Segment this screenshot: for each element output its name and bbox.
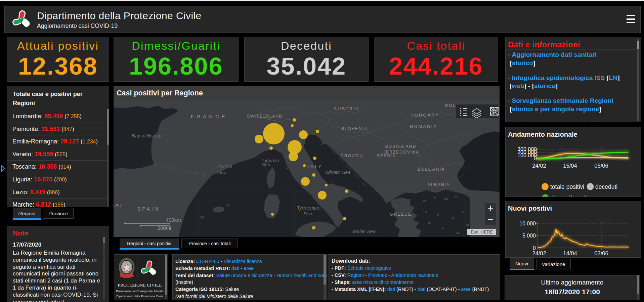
svg-text:14/04: 14/04: [563, 250, 577, 256]
svg-text:24/02: 24/02: [532, 163, 546, 169]
svg-text:Presidenza del Consiglio dei M: Presidenza del Consiglio dei Ministri: [116, 290, 163, 293]
svg-text:ITALY: ITALY: [304, 164, 323, 169]
svg-text:15/04: 15/04: [563, 163, 577, 169]
svg-text:Esri, HERE: Esri, HERE: [471, 229, 493, 234]
svg-text:BOSNIA AND: BOSNIA AND: [385, 144, 417, 149]
svg-text:ROMANIA: ROMANIA: [410, 124, 437, 129]
svg-text:Sea: Sea: [304, 211, 312, 216]
svg-text:FRANCE: FRANCE: [191, 114, 228, 119]
svg-text:05/06: 05/06: [594, 163, 608, 169]
svg-text:GREECE: GREECE: [390, 212, 412, 217]
svg-text:SLOVENIA: SLOVENIA: [341, 126, 368, 131]
svg-text:ALBANIA: ALBANIA: [428, 182, 450, 187]
svg-text:5.000: 5.000: [522, 233, 536, 239]
svg-text:Sea: Sea: [262, 162, 270, 167]
svg-text:Tyrrhenian: Tyrrhenian: [297, 205, 319, 211]
svg-text:totale positivi: totale positivi: [550, 183, 584, 190]
svg-text:HUNGARY: HUNGARY: [411, 113, 439, 118]
svg-text:03/06: 03/06: [594, 250, 608, 256]
svg-text:deceduti: deceduti: [595, 183, 617, 190]
svg-text:CROATIA: CROATIA: [341, 154, 364, 158]
svg-text:200mi: 200mi: [158, 225, 171, 231]
svg-text:PROTEZIONE CIVILE: PROTEZIONE CIVILE: [118, 283, 162, 288]
svg-text:Adriatic Sea: Adriatic Sea: [325, 170, 350, 175]
svg-text:dimessi/guariti: dimessi/guariti: [550, 195, 588, 197]
svg-text:SPAIN: SPAIN: [137, 206, 160, 212]
svg-text:400km: 400km: [166, 217, 181, 223]
svg-text:Gulf of: Gulf of: [218, 164, 232, 169]
svg-text:SWITZERLAND: SWITZERLAND: [247, 114, 283, 119]
svg-text:BULGARIA: BULGARIA: [418, 167, 445, 172]
svg-text:Lion: Lion: [217, 170, 226, 175]
svg-text:SERBIA: SERBIA: [377, 154, 396, 158]
svg-text:Bay of Biscay: Bay of Biscay: [132, 133, 162, 138]
svg-text:MOL: MOL: [445, 103, 456, 108]
svg-text:10.000: 10.000: [519, 221, 536, 226]
svg-text:Ionian Sea: Ionian Sea: [353, 229, 376, 234]
svg-text:AUSTRIA: AUSTRIA: [334, 106, 359, 111]
svg-text:24/02: 24/02: [532, 250, 546, 256]
svg-text:Dipartimento della Protezione: Dipartimento della Protezione Civile: [116, 295, 163, 298]
svg-text:GAL: GAL: [114, 203, 123, 208]
